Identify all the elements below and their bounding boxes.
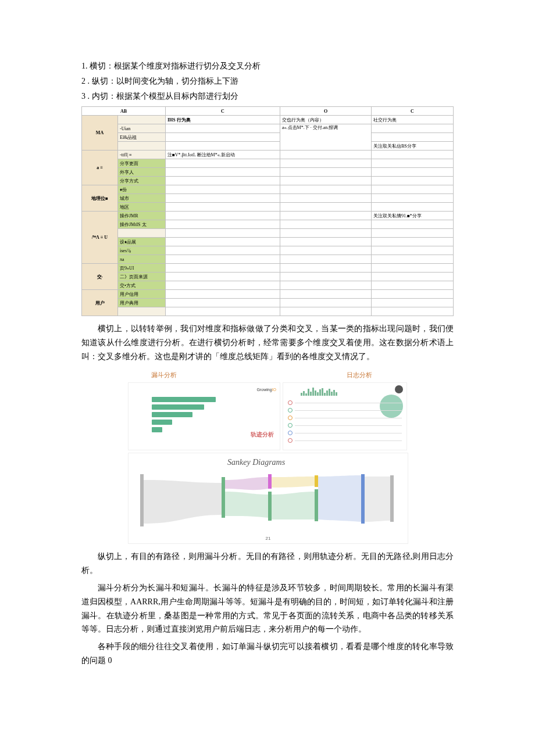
- list-item-3: 3 . 内切：根据某个模型从目标内部进行划分: [81, 89, 454, 103]
- cell-b-r14: [118, 229, 166, 238]
- sankey-title: Sankey Diagrams: [227, 456, 285, 470]
- cell-b-r4: [118, 142, 166, 151]
- svg-rect-5: [315, 489, 318, 521]
- cell-b-r22: 用户典用: [118, 299, 166, 307]
- cell-e-r1: 社交行为奥: [372, 116, 454, 124]
- cell-a-geo: 地理位■: [82, 185, 118, 212]
- cell-e-r4: 关注取关私信BS分享: [372, 142, 454, 151]
- svg-rect-4: [315, 475, 318, 487]
- cell-b-r13: 操作JMtIS 太: [118, 220, 166, 229]
- avatar-icon: [395, 385, 403, 393]
- cell-c-r1: IHS 行为奥: [166, 116, 280, 124]
- cell-c-r4: [166, 142, 280, 151]
- dimension-matrix-table: AB C O C MA IHS 行为奥 交也行为奥（内容） 社交行为奥 -Uia…: [81, 106, 454, 316]
- svg-rect-6: [361, 474, 365, 524]
- svg-rect-0: [140, 474, 144, 526]
- th-ab: AB: [82, 107, 166, 116]
- trajectory-label: 轨迹分析: [251, 429, 274, 439]
- cell-b-r1: [118, 116, 166, 124]
- cell-b-r2: -Uian: [118, 124, 166, 133]
- log-panel: [283, 382, 407, 450]
- paragraph-1: 横切上，以转转举例，我们对维度和指标做做了分类和交叉，当某一类的指标出现问题时，…: [81, 322, 454, 363]
- cell-e-r12: 关注双关私情91.■*分享: [372, 212, 454, 220]
- cell-b-r8: 分享方式: [118, 177, 166, 185]
- cell-a-dev: /ᵗᵉΛ ≡ U: [82, 212, 118, 264]
- analysis-figure: 漏斗分析 日志分析 GrowingIO 轨迹分析: [128, 370, 407, 544]
- cell-b-r23: [118, 307, 166, 316]
- cell-c-r5: 注■V*.βtt.IotL 断注给M*«.新启动: [166, 151, 280, 159]
- cell-b-r15: 设♦品展: [118, 238, 166, 246]
- svg-rect-2: [268, 474, 272, 489]
- cell-e-r5: [372, 151, 454, 159]
- cell-b-r16: ises⁷⁄₈: [118, 246, 166, 255]
- cell-a-jiao: 交·: [82, 264, 118, 290]
- th-c1: C: [166, 107, 280, 116]
- svg-rect-1: [222, 477, 225, 518]
- figure-page-number: 21: [129, 535, 408, 543]
- cell-b-r10: 城市: [118, 194, 166, 203]
- cell-b-r7: 外享人: [118, 168, 166, 177]
- cell-b-r20: 交•方式: [118, 281, 166, 290]
- paragraph-3: 漏斗分析分为长漏斗和短漏斗。长漏斗的特征是涉及环节较多，时间周期较长。常用的长漏…: [81, 581, 454, 636]
- cell-b-r19: 二》页面来源: [118, 273, 166, 281]
- cell-b-r18: 页9»UI: [118, 264, 166, 273]
- sankey-diagram-icon: [134, 468, 402, 532]
- figure-title-funnel: 漏斗分析: [151, 370, 177, 381]
- cell-a-ma: MA: [82, 116, 118, 151]
- paragraph-2: 纵切上，有目的有路径，则用漏斗分析。无目的有路径，则用轨迹分析。无目的无路径,则…: [81, 550, 454, 578]
- cell-e-r2: [372, 124, 454, 133]
- cell-o-r2: a«.点击M*.下 · 交付.an.报调: [280, 124, 372, 151]
- svg-rect-3: [268, 492, 272, 521]
- cell-o-r1: 交也行为奥（内容）: [280, 116, 372, 124]
- cell-b-r11: 地区: [118, 203, 166, 212]
- figure-title-log: 日志分析: [347, 370, 372, 381]
- th-o: O: [280, 107, 372, 116]
- cell-c-r2: [166, 124, 280, 133]
- cell-b-r9: ♦份: [118, 185, 166, 194]
- cell-a-ae: a ≡: [82, 151, 118, 185]
- cell-b-r6: 分享更面: [118, 159, 166, 168]
- cell-b-r17: πa: [118, 255, 166, 264]
- list-item-1: 1. 横切：根据某个维度对指标进行切分及交叉分析: [81, 59, 454, 73]
- list-item-2: 2 . 纵切：以时间变化为轴，切分指标上下游: [81, 74, 454, 88]
- cell-b-r12: 操作JMR: [118, 212, 166, 220]
- sankey-panel: Sankey Diagrams 21: [128, 453, 408, 544]
- document-page: 1. 横切：根据某个维度对指标进行切分及交叉分析 2 . 纵切：以时间变化为轴，…: [0, 0, 535, 706]
- cell-b-r5: -ttfI| ≡: [118, 151, 166, 159]
- cell-o-r5: [280, 151, 372, 159]
- cell-a-user: 用户: [82, 290, 118, 316]
- cell-e-r3: [372, 133, 454, 142]
- paragraph-4: 各种手段的细分往往交叉着使用，如订单漏斗纵切完可以接着横切，看看是哪个维度的转化…: [81, 640, 454, 668]
- funnel-panel: GrowingIO 轨迹分析: [128, 382, 280, 450]
- cell-c-r3: [166, 133, 280, 142]
- th-c2: C: [372, 107, 454, 116]
- cell-b-r21: 用户信用: [118, 290, 166, 299]
- svg-rect-7: [390, 475, 394, 522]
- cell-b-r3: El&品祖: [118, 133, 166, 142]
- growing-logo: GrowingIO: [257, 386, 276, 393]
